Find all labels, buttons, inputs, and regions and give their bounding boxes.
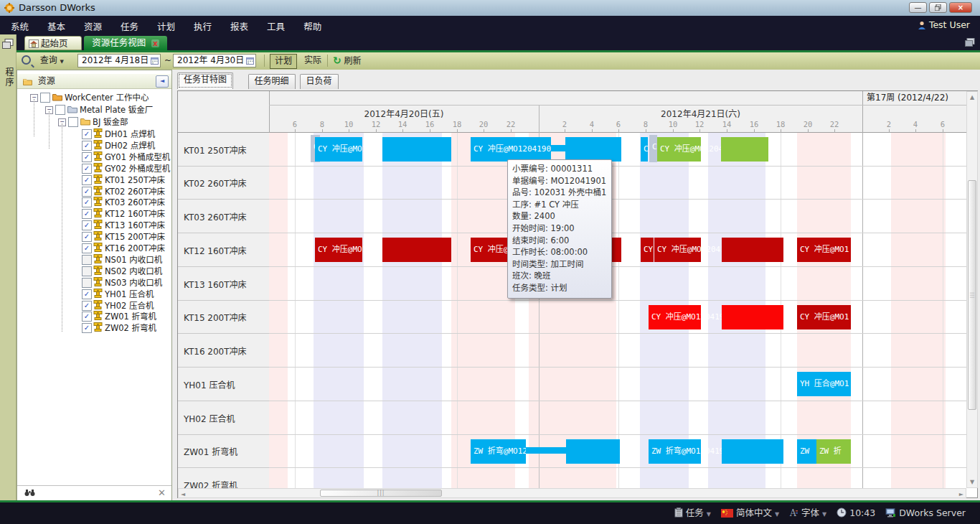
- gantt-bar[interactable]: [722, 305, 783, 329]
- tree-item-NS02[interactable]: NS02 内收口机: [105, 266, 162, 277]
- gantt-bar[interactable]: YH 压合@MO1: [797, 372, 851, 396]
- date-from-field[interactable]: 2012年 4月18日 ▼: [77, 54, 161, 67]
- tree-item-KT03[interactable]: KT03 260T冲床: [105, 197, 165, 208]
- tree-checkbox[interactable]: ✓: [82, 164, 92, 174]
- menu-item-资源[interactable]: 资源: [75, 16, 111, 37]
- tree-checkbox[interactable]: ✓: [82, 209, 92, 219]
- tree-item-KT13[interactable]: KT13 160T冲床: [105, 220, 165, 231]
- tree-checkbox[interactable]: [82, 278, 92, 288]
- pages-icon[interactable]: [2, 39, 14, 50]
- gantt-bar[interactable]: CY 冲压@MO12041904: [654, 238, 701, 262]
- tree-checkbox[interactable]: ✓: [82, 323, 92, 333]
- gantt-tab-任务甘特图[interactable]: 任务甘特图: [177, 72, 233, 89]
- gantt-bar[interactable]: CY 冲压@MO12041901: [471, 137, 551, 162]
- gantt-bar[interactable]: [721, 137, 768, 162]
- menu-item-工具[interactable]: 工具: [258, 16, 294, 37]
- gantt-bar[interactable]: ZW: [797, 439, 816, 464]
- tree-item-GY02[interactable]: GY02 外桶成型机: [105, 163, 170, 174]
- minimize-button[interactable]: —: [909, 2, 927, 13]
- gantt-bar[interactable]: [722, 238, 783, 262]
- binoculars-icon[interactable]: [24, 489, 35, 497]
- tree-checkbox[interactable]: [82, 255, 92, 265]
- vertical-scrollbar[interactable]: ▲ ——— ▼: [966, 91, 978, 488]
- gantt-bar[interactable]: [722, 439, 783, 464]
- scroll-down-icon[interactable]: ▼: [967, 477, 977, 487]
- tree-checkbox[interactable]: [55, 105, 65, 115]
- actual-toggle-button[interactable]: 实际: [300, 54, 326, 67]
- tree-checkbox[interactable]: ✓: [82, 197, 92, 207]
- tree-item-DH01[interactable]: DH01 点焊机: [105, 128, 155, 140]
- dropdown-icon[interactable]: ▼: [707, 511, 711, 518]
- gantt-bar[interactable]: ZW 折弯@MO12041901: [649, 439, 701, 464]
- gantt-bar[interactable]: CY 冲: [641, 238, 654, 262]
- tree-item-KT12[interactable]: KT12 160T冲床: [105, 208, 165, 220]
- tree-item-KT02[interactable]: KT02 260T冲床: [105, 186, 165, 197]
- collapse-panel-button[interactable]: ◄: [156, 75, 169, 88]
- menu-item-帮助[interactable]: 帮助: [294, 16, 331, 37]
- menu-item-系统[interactable]: 系统: [1, 16, 38, 37]
- tree-checkbox[interactable]: ✓: [82, 187, 92, 197]
- tree-checkbox[interactable]: ✓: [82, 220, 92, 230]
- tree-checkbox[interactable]: [40, 93, 50, 103]
- gantt-bar[interactable]: CY 冲压@MO12041902: [657, 137, 701, 162]
- side-strip-label[interactable]: 程序: [3, 67, 15, 88]
- tree-checkbox[interactable]: [82, 266, 92, 276]
- tree-item-DH02[interactable]: DH02 点焊机: [105, 140, 155, 151]
- gantt-bar[interactable]: [382, 137, 451, 162]
- horizontal-scrollbar-thumb[interactable]: |||: [320, 490, 442, 497]
- menu-item-执行[interactable]: 执行: [184, 16, 221, 37]
- gantt-tab-日负荷[interactable]: 日负荷: [300, 74, 339, 89]
- status-item-简体中文[interactable]: 简体中文 ▼: [721, 507, 779, 520]
- tree-item-NS01[interactable]: NS01 内收口机: [105, 254, 162, 266]
- gantt-bar[interactable]: [566, 439, 620, 464]
- gantt-bar[interactable]: CY 冲压@MO12041904: [315, 238, 362, 262]
- window-stack-icon[interactable]: [965, 38, 975, 47]
- scroll-left-icon[interactable]: ◄: [181, 491, 185, 497]
- tree-checkbox[interactable]: ✓: [82, 243, 92, 253]
- gantt-bar[interactable]: C: [649, 135, 657, 162]
- calendar-icon[interactable]: [151, 57, 159, 65]
- tree-checkbox[interactable]: ✓: [82, 312, 92, 322]
- tab-resource-task-view[interactable]: 资源任务视图 x: [84, 36, 167, 50]
- tree-item-ZW01[interactable]: ZW01 折弯机: [105, 311, 156, 322]
- horizontal-scrollbar[interactable]: ◄ ||| ►: [178, 488, 966, 498]
- menu-item-任务[interactable]: 任务: [111, 16, 148, 37]
- vertical-scrollbar-thumb[interactable]: ———: [968, 180, 976, 410]
- dropdown-icon[interactable]: ▼: [822, 511, 826, 518]
- menu-item-计划[interactable]: 计划: [148, 16, 184, 37]
- menu-item-基本[interactable]: 基本: [38, 16, 75, 37]
- tree-checkbox[interactable]: ✓: [82, 129, 92, 139]
- tree-checkbox[interactable]: ✓: [82, 232, 92, 242]
- tree-item-NS03[interactable]: NS03 内收口机: [105, 277, 162, 289]
- tree-search-bar[interactable]: ✕: [17, 485, 171, 500]
- gantt-bar[interactable]: [551, 145, 565, 151]
- status-item-任务[interactable]: 任务 ▼: [674, 507, 711, 520]
- date-to-field[interactable]: 2012年 4月30日 ▼: [173, 54, 256, 67]
- tree-checkbox[interactable]: ✓: [82, 141, 92, 151]
- gantt-bar[interactable]: CY 冲压@MO12041901: [315, 137, 362, 162]
- tree-item-YH01[interactable]: YH01 压合机: [105, 289, 154, 300]
- gantt-bar[interactable]: CY 冲压@MO1: [797, 305, 851, 329]
- tree-checkbox[interactable]: ✓: [82, 289, 92, 299]
- clear-search-icon[interactable]: ✕: [158, 487, 166, 498]
- scroll-right-icon[interactable]: ►: [959, 491, 963, 497]
- gantt-bar[interactable]: [526, 447, 566, 454]
- tree-item-KT01[interactable]: KT01 250T冲床: [105, 174, 165, 186]
- tree-item-KT15[interactable]: KT15 200T冲床: [105, 231, 165, 243]
- dropdown-icon[interactable]: ▼: [775, 511, 779, 518]
- status-item-字体[interactable]: A 字体 ▼: [789, 507, 826, 520]
- tree-item-GY01[interactable]: GY01 外桶成型机: [105, 151, 170, 163]
- tree-checkbox[interactable]: ✓: [82, 152, 92, 162]
- search-button[interactable]: 查询 ▼: [22, 54, 64, 67]
- gantt-bar[interactable]: ZW 折: [816, 439, 851, 464]
- gantt-bar[interactable]: [565, 137, 621, 162]
- close-button[interactable]: ×: [949, 2, 972, 13]
- tree-item-ZW02[interactable]: ZW02 折弯机: [105, 322, 156, 334]
- plan-toggle-button[interactable]: 计划: [270, 54, 297, 69]
- calendar-icon[interactable]: [246, 57, 254, 65]
- gantt-bar[interactable]: [382, 238, 451, 262]
- gantt-bar[interactable]: CY 冲压@MO12041903: [649, 305, 701, 329]
- gantt-tab-任务明细[interactable]: 任务明细: [248, 74, 296, 89]
- menu-item-报表[interactable]: 报表: [221, 16, 258, 37]
- refresh-button[interactable]: ↻ 刷新: [333, 54, 362, 67]
